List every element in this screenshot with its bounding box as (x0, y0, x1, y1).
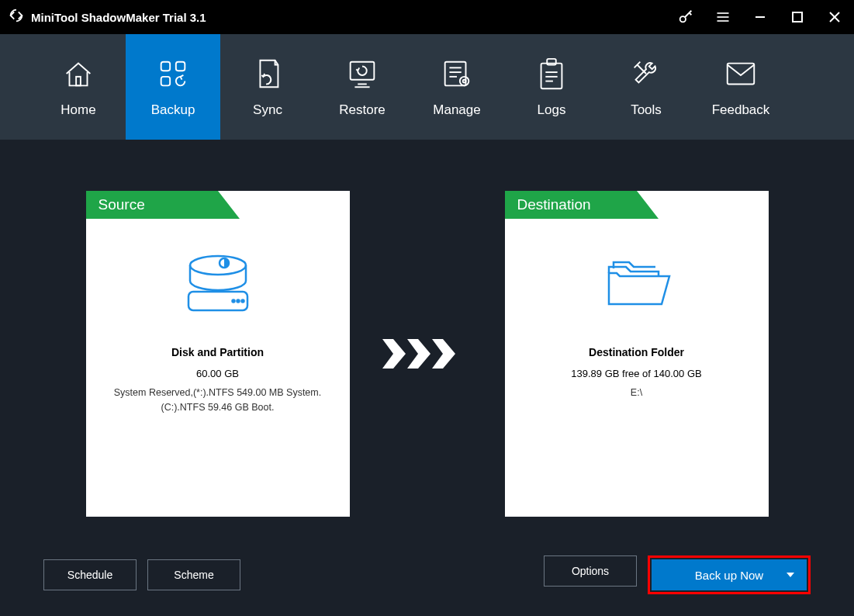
svg-point-34 (232, 300, 234, 303)
destination-tab: Destination (505, 191, 637, 219)
scheme-label: Scheme (174, 569, 213, 581)
nav-tools[interactable]: Tools (599, 34, 693, 140)
navbar: Home Backup Sync Restore (0, 34, 854, 140)
transfer-arrows-icon (381, 334, 474, 373)
nav-label: Restore (339, 102, 386, 118)
nav-label: Logs (538, 102, 566, 118)
svg-point-36 (241, 300, 244, 303)
svg-rect-11 (161, 62, 171, 71)
titlebar-left: MiniTool ShadowMaker Trial 3.1 (8, 7, 206, 27)
svg-marker-38 (407, 339, 430, 369)
app-logo-icon (8, 7, 25, 27)
source-size: 60.00 GB (196, 368, 239, 379)
source-tab-label: Source (99, 196, 145, 213)
key-icon[interactable] (674, 5, 697, 29)
svg-point-21 (460, 77, 469, 85)
nav-sync[interactable]: Sync (220, 34, 315, 140)
svg-point-31 (190, 256, 246, 275)
source-tab: Source (86, 191, 218, 219)
nav-manage[interactable]: Manage (410, 34, 504, 140)
options-button[interactable]: Options (544, 555, 637, 587)
svg-rect-13 (161, 77, 171, 85)
destination-tab-label: Destination (517, 196, 591, 213)
tools-icon (628, 56, 665, 92)
sync-icon (249, 56, 286, 92)
schedule-button[interactable]: Schedule (43, 559, 137, 590)
titlebar-controls (674, 5, 846, 29)
svg-rect-7 (793, 12, 802, 22)
svg-line-28 (638, 65, 647, 74)
nav-feedback[interactable]: Feedback (693, 34, 788, 140)
home-icon (60, 56, 97, 92)
nav-label: Backup (151, 102, 195, 118)
logs-icon (533, 56, 570, 92)
svg-rect-10 (76, 77, 81, 85)
nav-label: Sync (253, 102, 282, 118)
destination-path: E:\ (631, 386, 642, 400)
svg-point-22 (463, 80, 466, 83)
minimize-button[interactable] (749, 5, 772, 29)
backup-now-label: Back up Now (695, 569, 763, 582)
app-title: MiniTool ShadowMaker Trial 3.1 (31, 11, 206, 24)
source-panel[interactable]: Source Disk and Partition 60.00 GB Syste… (86, 191, 350, 517)
nav-backup[interactable]: Backup (126, 34, 220, 140)
schedule-label: Schedule (67, 569, 112, 581)
content-area: Source Disk and Partition 60.00 GB Syste… (0, 140, 854, 616)
nav-logs[interactable]: Logs (504, 34, 599, 140)
backup-now-highlight: Back up Now (648, 555, 811, 594)
nav-label: Feedback (712, 102, 770, 118)
svg-marker-37 (382, 339, 406, 369)
svg-line-2 (690, 13, 692, 16)
source-details: System Reserved,(*:).NTFS 549.00 MB Syst… (97, 386, 339, 415)
nav-label: Tools (631, 102, 662, 118)
maximize-button[interactable] (786, 5, 809, 29)
nav-label: Home (61, 102, 95, 118)
source-heading: Disk and Partition (171, 346, 264, 358)
svg-rect-30 (728, 64, 755, 85)
manage-icon (438, 56, 475, 92)
close-button[interactable] (823, 5, 846, 29)
svg-point-0 (680, 16, 686, 22)
svg-marker-39 (432, 339, 455, 369)
feedback-icon (722, 56, 759, 92)
restore-icon (344, 56, 381, 92)
titlebar: MiniTool ShadowMaker Trial 3.1 (0, 0, 854, 34)
nav-home[interactable]: Home (31, 34, 126, 140)
destination-panel[interactable]: Destination Destination Folder 139.89 GB… (505, 191, 769, 517)
backup-now-button[interactable]: Back up Now (652, 559, 807, 590)
nav-label: Manage (433, 102, 480, 118)
disk-icon (179, 253, 257, 318)
svg-rect-12 (176, 62, 185, 71)
footer-bar: Schedule Scheme Options Back up Now (0, 555, 854, 594)
destination-free: 139.89 GB free of 140.00 GB (571, 368, 701, 379)
svg-point-35 (237, 300, 239, 303)
scheme-button[interactable]: Scheme (147, 559, 240, 590)
nav-restore[interactable]: Restore (315, 34, 410, 140)
folder-icon (598, 253, 676, 318)
menu-icon[interactable] (711, 5, 735, 29)
options-label: Options (572, 565, 609, 577)
destination-heading: Destination Folder (589, 346, 684, 358)
svg-rect-14 (351, 62, 375, 80)
chevron-down-icon (787, 573, 794, 577)
backup-icon (154, 56, 192, 92)
